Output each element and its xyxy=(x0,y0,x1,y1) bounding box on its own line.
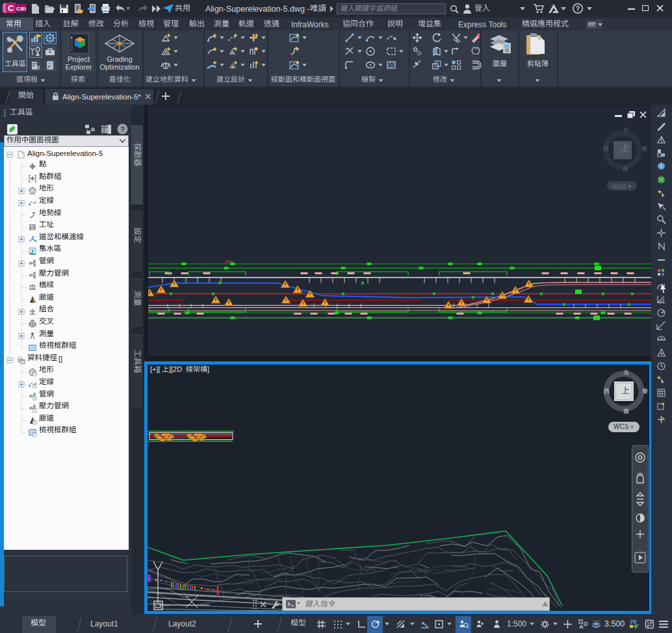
svg-text:C3D: C3D xyxy=(16,6,27,12)
svg-text:label: label xyxy=(225,259,233,263)
svg-text:C: C xyxy=(8,4,14,13)
svg-text:?: ? xyxy=(34,385,36,388)
svg-text:?: ? xyxy=(34,372,36,376)
svg-text:?: ? xyxy=(34,433,36,436)
svg-text:?: ? xyxy=(34,421,36,424)
svg-text:?: ? xyxy=(34,397,36,400)
svg-text:?: ? xyxy=(21,359,23,363)
svg-text:?: ? xyxy=(576,5,580,12)
svg-text:?: ? xyxy=(120,125,125,133)
svg-text:?: ? xyxy=(34,409,36,412)
